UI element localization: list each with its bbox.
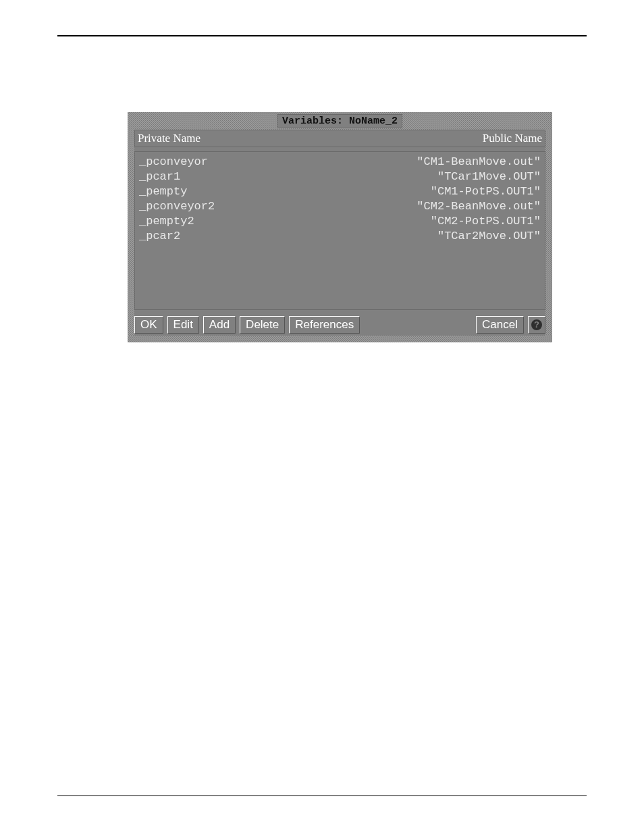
private-name-cell: _pconveyor2: [139, 199, 215, 214]
public-name-cell: "CM2-PotPS.OUT1": [431, 214, 541, 229]
variables-dialog: Variables: NoName_2 Private Name Public …: [128, 112, 552, 342]
dialog-button-bar: OK Edit Add Delete References Cancel ?: [134, 314, 545, 336]
list-item[interactable]: _pcar1 "TCar1Move.OUT": [139, 170, 541, 184]
svg-text:?: ?: [534, 319, 539, 330]
dialog-border-bottom: [128, 336, 552, 342]
page-footer-rule: [57, 796, 587, 796]
list-item[interactable]: _pempty "CM1-PotPS.OUT1": [139, 184, 541, 199]
question-icon: ?: [531, 319, 543, 331]
private-name-cell: _pempty: [139, 184, 187, 199]
cancel-button[interactable]: Cancel: [476, 316, 524, 334]
page-header-rule: [57, 35, 587, 36]
public-name-cell: "CM2-BeanMove.out": [417, 199, 541, 214]
public-name-cell: "TCar2Move.OUT": [437, 229, 541, 244]
header-private-name: Private Name: [138, 132, 200, 145]
edit-button[interactable]: Edit: [167, 316, 199, 334]
private-name-cell: _pcar2: [139, 229, 180, 244]
references-button[interactable]: References: [289, 316, 360, 334]
list-item[interactable]: _pempty2 "CM2-PotPS.OUT1": [139, 214, 541, 229]
list-item[interactable]: _pcar2 "TCar2Move.OUT": [139, 229, 541, 244]
list-item[interactable]: _pconveyor "CM1-BeanMove.out": [139, 155, 541, 170]
header-public-name: Public Name: [483, 132, 542, 145]
dialog-titlebar[interactable]: Variables: NoName_2: [128, 112, 552, 130]
dialog-border-right: [545, 112, 552, 342]
public-name-cell: "TCar1Move.OUT": [437, 170, 541, 184]
delete-button[interactable]: Delete: [240, 316, 285, 334]
help-button[interactable]: ?: [528, 316, 545, 334]
private-name-cell: _pempty2: [139, 214, 194, 229]
list-item[interactable]: _pconveyor2 "CM2-BeanMove.out": [139, 199, 541, 214]
dialog-border-left: [128, 112, 134, 342]
dialog-title: Variables: NoName_2: [277, 114, 402, 128]
public-name-cell: "CM1-PotPS.OUT1": [431, 184, 541, 199]
add-button[interactable]: Add: [203, 316, 236, 334]
private-name-cell: _pcar1: [139, 170, 180, 184]
column-headers: Private Name Public Name: [134, 130, 545, 147]
private-name-cell: _pconveyor: [139, 155, 208, 170]
ok-button[interactable]: OK: [134, 316, 163, 334]
public-name-cell: "CM1-BeanMove.out": [417, 155, 541, 170]
variables-list[interactable]: _pconveyor "CM1-BeanMove.out" _pcar1 "TC…: [134, 151, 545, 310]
